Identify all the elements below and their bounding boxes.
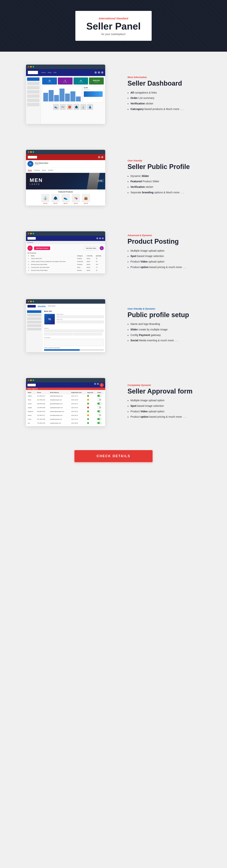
setup-sidebar-item <box>27 310 41 313</box>
section-seller-dashboard: Home Shop Cart <box>0 52 227 137</box>
stat-card-complete: 12 Complete <box>74 78 88 85</box>
setup-sidebar-item <box>27 317 41 320</box>
section1-title: Seller Dashboard <box>127 79 212 87</box>
featured-products: Featured Products 👔 $29.99 🧥 $59.99 👟 <box>26 189 105 206</box>
setup-tab-order[interactable]: Order Report <box>48 305 55 307</box>
browser-dot-yellow <box>30 233 32 234</box>
status-dot-green <box>87 418 89 420</box>
feature-item: Order List summary <box>127 96 212 100</box>
feature-item: Product option based pricing & much more… <box>127 265 212 269</box>
product-posting-text: Advanced & Dynamic Product Posting Multi… <box>127 234 212 271</box>
dash-header: Home Shop Cart <box>26 69 105 76</box>
feature-item: Social Media inserting & much more . . . <box>127 339 212 343</box>
status-dot-orange <box>87 399 89 401</box>
fp-item: 👔 $29.99 <box>41 194 50 204</box>
profile-screenshot: PS First Street Store ★★★★☆ Home Product… <box>15 150 116 206</box>
status-dot-green <box>87 403 89 405</box>
browser-bar-3 <box>26 231 105 236</box>
browser-dot-yellow <box>30 66 32 67</box>
section1-tag: Most Informative <box>127 76 212 79</box>
hero-tag: International Standard <box>86 17 141 20</box>
logo-upload-area[interactable]: 🛍 <box>44 314 55 325</box>
status-dot-green <box>87 395 89 397</box>
toggle-on[interactable] <box>97 418 101 420</box>
approval-table: Name Phone Email Address Registration In… <box>27 391 104 425</box>
sidebar-item-active <box>27 78 39 81</box>
table-row: 5 Summer Dress Floral Pattern Dresses Ad… <box>28 269 104 272</box>
toggle-off[interactable] <box>97 406 101 408</box>
sidebar-item <box>27 99 39 102</box>
product-thumb: 🧥 <box>74 104 79 110</box>
city-field[interactable] <box>44 333 73 335</box>
chart-bar <box>70 91 75 101</box>
toggle-on[interactable] <box>97 403 101 405</box>
setup-tabs: Shop Settings Order Report <box>38 305 55 307</box>
status-dot-green <box>87 422 89 424</box>
chart-bar <box>65 94 70 101</box>
profile-mock-browser: PS First Street Store ★★★★☆ Home Product… <box>26 150 105 206</box>
section5-title: Seller Approval form <box>127 387 212 395</box>
stat-card-pending: 3 Pending <box>58 78 73 85</box>
product-thumb: 👗 <box>87 104 93 110</box>
add-product-button[interactable]: Add New Product <box>34 246 50 250</box>
sidebar-item <box>27 103 39 106</box>
store-name-field[interactable] <box>56 315 104 318</box>
browser-dot-red <box>28 233 29 234</box>
description-field[interactable] <box>44 339 104 346</box>
dash-logo <box>28 71 38 74</box>
browser-dot-red <box>28 379 29 381</box>
approval-body: Name Phone Email Address Registration In… <box>26 390 105 426</box>
dash-sidebar <box>26 76 41 124</box>
setup-tab-shop[interactable]: Shop Settings <box>38 305 46 307</box>
state-field[interactable] <box>74 333 102 335</box>
product-posting-content: Products + Add New Product Add New Video… <box>26 236 105 273</box>
feature-item: All navigations & links <box>127 91 212 95</box>
section1-features: All navigations & links Order List summa… <box>127 91 212 111</box>
feature-item: Seporate branding options & Much more . … <box>127 191 212 195</box>
profile-setup-mock-browser: Shop Settings Order Report Basic Inf <box>26 299 105 352</box>
products-row: 👟 👓 🎒 🧥 👔 👗 <box>42 104 104 110</box>
section2-tag: User friendly <box>127 159 212 162</box>
fp-item: 🧥 $59.99 <box>51 194 60 204</box>
stat-card-revenue: $440,502 Revenue <box>89 78 104 85</box>
browser-bar-4 <box>26 299 105 304</box>
store-url-field[interactable] <box>56 321 104 323</box>
toggle-on[interactable] <box>97 410 101 412</box>
post-actions: + Add New Product Add New Video + <box>28 246 104 251</box>
dashboard-text: Most Informative Seller Dashboard All na… <box>127 76 212 113</box>
chart-bar <box>49 90 53 101</box>
browser-dot-red <box>28 301 29 302</box>
approval-row: Sophia 718-555-0168 sophia@example.com 2… <box>27 406 104 409</box>
fp-item: 👒 $19.99 <box>71 194 80 204</box>
approval-row: Benjamin 503-555-0134 benjamin@example.c… <box>27 409 104 413</box>
feature-item: Spot based Image selection <box>127 254 212 258</box>
profile-text: User friendly Seller Public Profile Dyna… <box>127 159 212 196</box>
setup-main: Basic Info 🛍 Store Name Store URL <box>43 309 105 352</box>
feature-item: Dynamic Slider <box>127 174 212 178</box>
toggle-off[interactable] <box>97 414 101 416</box>
dash-nav: Home Shop Cart <box>41 71 56 73</box>
browser-dot-green <box>33 233 34 234</box>
feature-item: Verification sticker <box>127 185 212 189</box>
section-product-posting: Products + Add New Product Add New Video… <box>0 218 227 286</box>
setup-sidebar <box>26 309 43 352</box>
profile-setup-content: Shop Settings Order Report Basic Inf <box>26 304 105 352</box>
product-thumb: 👔 <box>80 104 86 110</box>
setup-sidebar-item <box>27 328 41 331</box>
approval-form-screenshot: S Sellers Approval Name Phone Email Addr… <box>15 378 116 426</box>
profile-setup-text: User friendly & Dynamic Public profile s… <box>127 307 212 344</box>
address-field[interactable] <box>44 330 104 332</box>
toggle-on[interactable] <box>97 395 101 397</box>
dash-chart-area: $3,550 This month <box>42 86 104 102</box>
toggle-off[interactable] <box>97 399 101 401</box>
hero-desc: for your marketplace! <box>86 33 141 36</box>
product-thumb: 👓 <box>60 104 66 110</box>
toggle-on[interactable] <box>97 422 101 424</box>
sidebar-item <box>27 86 39 89</box>
browser-bar-5 <box>26 378 105 382</box>
approval-header-logo <box>28 384 36 386</box>
fp-item: 👜 $49.99 <box>81 194 90 204</box>
section5-features: Multiple image upload option Spot based … <box>127 399 212 419</box>
check-details-button[interactable]: CHECK DETAILS <box>74 450 153 462</box>
add-video-button[interactable]: Add New Video <box>84 246 98 250</box>
